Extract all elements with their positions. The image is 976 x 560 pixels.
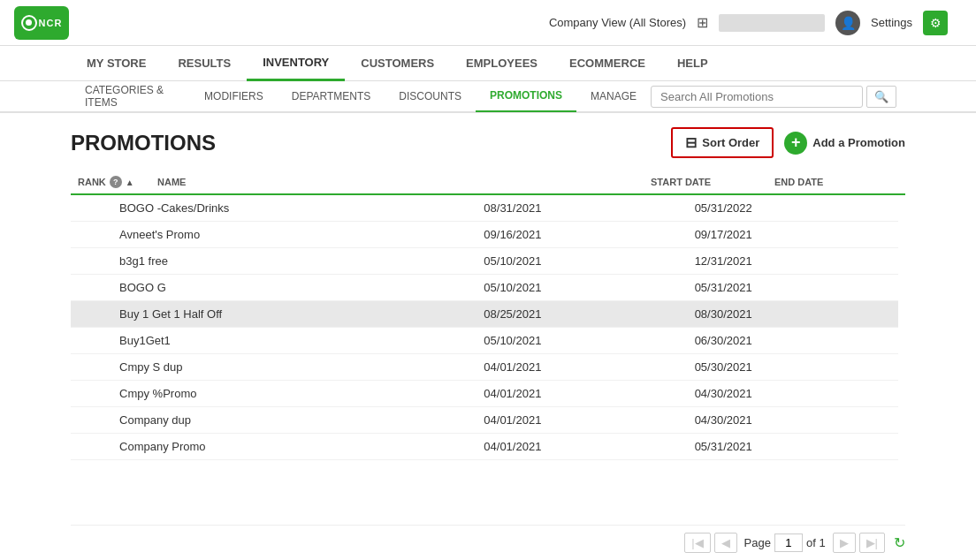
start-date-cell: 04/01/2021 xyxy=(477,434,687,460)
promotions-table: RANK ? ▲ NAME START DATE END DATE xyxy=(71,170,905,195)
end-date-cell: 12/31/2021 xyxy=(688,248,898,275)
subnav-search-area: 🔍 xyxy=(651,86,896,108)
subnav-manage[interactable]: MANAGE xyxy=(576,80,651,112)
table-row[interactable]: BOGO G05/10/202105/31/2021 xyxy=(71,275,898,301)
subnav-modifiers[interactable]: MODIFIERS xyxy=(190,80,278,112)
rank-help-icon[interactable]: ? xyxy=(110,176,122,188)
refresh-button[interactable]: ↻ xyxy=(894,534,905,551)
table-row[interactable]: Cmpy S dup04/01/202105/30/2021 xyxy=(71,354,898,381)
logo-circle xyxy=(21,15,37,31)
page-title: PROMOTIONS xyxy=(71,131,216,155)
subnav-categories[interactable]: CATEGORIES & ITEMS xyxy=(71,80,190,112)
end-date-cell: 09/17/2021 xyxy=(688,222,898,248)
table-row[interactable]: Buy 1 Get 1 Half Off08/25/202108/30/2021 xyxy=(71,301,898,328)
name-column-header: NAME xyxy=(150,170,644,194)
store-icon: ⊞ xyxy=(697,14,708,31)
end-date-cell: 05/31/2021 xyxy=(688,275,898,301)
end-date-cell: 05/31/2022 xyxy=(688,195,898,222)
header-actions: ⊟ Sort Order + Add a Promotion xyxy=(671,127,905,158)
nav-ecommerce[interactable]: ECOMMERCE xyxy=(553,46,661,81)
end-date-column-header: END DATE xyxy=(767,170,891,194)
pagination: |◀ ◀ Page of 1 ▶ ▶| ↻ xyxy=(71,525,905,560)
start-date-cell: 04/01/2021 xyxy=(477,381,687,407)
rank-sort-arrow[interactable]: ▲ xyxy=(126,178,134,187)
search-promotions-input[interactable] xyxy=(651,86,863,108)
end-date-cell: 08/30/2021 xyxy=(688,301,898,328)
company-view-label: Company View (All Stores) xyxy=(549,16,686,29)
rank-cell xyxy=(71,275,112,301)
next-page-button[interactable]: ▶ xyxy=(833,533,856,553)
end-date-cell: 04/30/2021 xyxy=(688,381,898,407)
add-promotion-button[interactable]: + Add a Promotion xyxy=(784,132,905,155)
subnav-promotions[interactable]: PROMOTIONS xyxy=(476,80,576,112)
user-avatar-icon[interactable]: 👤 xyxy=(835,11,860,35)
name-cell: b3g1 free xyxy=(112,248,477,275)
nav-inventory[interactable]: INVENTORY xyxy=(247,46,345,81)
promotions-data-table: BOGO -Cakes/Drinks08/31/202105/31/2022Av… xyxy=(71,195,898,460)
name-cell: Company Promo xyxy=(112,434,477,460)
name-cell: Cmpy S dup xyxy=(112,354,477,381)
settings-label: Settings xyxy=(871,16,912,29)
table-header-row: RANK ? ▲ NAME START DATE END DATE xyxy=(71,170,905,194)
nav-employees[interactable]: EMPLOYEES xyxy=(450,46,553,81)
subnav-departments[interactable]: DEPARTMENTS xyxy=(278,80,385,112)
table-row[interactable]: Buy1Get105/10/202106/30/2021 xyxy=(71,328,898,354)
table-row[interactable]: Cmpy %Promo04/01/202104/30/2021 xyxy=(71,381,898,407)
rank-cell xyxy=(71,248,112,275)
table-row[interactable]: b3g1 free05/10/202112/31/2021 xyxy=(71,248,898,275)
start-date-cell: 08/31/2021 xyxy=(477,195,687,222)
subnav-left: CATEGORIES & ITEMS MODIFIERS DEPARTMENTS… xyxy=(71,80,651,112)
name-cell: BOGO -Cakes/Drinks xyxy=(112,195,477,222)
name-cell: Avneet's Promo xyxy=(112,222,477,248)
subnav-discounts[interactable]: DISCOUNTS xyxy=(385,80,476,112)
start-date-cell: 05/10/2021 xyxy=(477,248,687,275)
table-scroll-container[interactable]: BOGO -Cakes/Drinks08/31/202105/31/2022Av… xyxy=(71,195,905,545)
main-nav: MY STORE RESULTS INVENTORY CUSTOMERS EMP… xyxy=(0,46,976,81)
rank-cell xyxy=(71,354,112,381)
table-row[interactable]: Company dup04/01/202104/30/2021 xyxy=(71,407,898,434)
rank-cell xyxy=(71,434,112,460)
rank-cell xyxy=(71,195,112,222)
add-promotion-label: Add a Promotion xyxy=(812,136,905,149)
first-page-button[interactable]: |◀ xyxy=(684,533,710,553)
sort-order-button[interactable]: ⊟ Sort Order xyxy=(671,127,774,158)
main-content: PROMOTIONS ⊟ Sort Order + Add a Promotio… xyxy=(0,113,976,560)
table-row[interactable]: BOGO -Cakes/Drinks08/31/202105/31/2022 xyxy=(71,195,898,222)
rank-cell xyxy=(71,407,112,434)
name-cell: Cmpy %Promo xyxy=(112,381,477,407)
table-row[interactable]: Company Promo04/01/202105/31/2021 xyxy=(71,434,898,460)
name-cell: Company dup xyxy=(112,407,477,434)
add-circle-icon: + xyxy=(784,132,807,155)
page-number-input[interactable] xyxy=(774,534,803,552)
start-date-column-header: START DATE xyxy=(644,170,767,194)
scrollbar-spacer xyxy=(891,170,905,194)
rank-column-header: RANK ? ▲ xyxy=(71,170,150,194)
header: NCR Company View (All Stores) ⊞ 👤 Settin… xyxy=(0,0,976,46)
page-header: PROMOTIONS ⊟ Sort Order + Add a Promotio… xyxy=(71,127,905,158)
last-page-button[interactable]: ▶| xyxy=(859,533,885,553)
table-row[interactable]: Avneet's Promo09/16/202109/17/2021 xyxy=(71,222,898,248)
name-cell: BOGO G xyxy=(112,275,477,301)
sort-order-label: Sort Order xyxy=(702,136,759,149)
subnav: CATEGORIES & ITEMS MODIFIERS DEPARTMENTS… xyxy=(0,81,976,113)
search-button[interactable]: 🔍 xyxy=(866,86,896,108)
user-name-bar xyxy=(719,14,825,32)
start-date-cell: 05/10/2021 xyxy=(477,328,687,354)
nav-help[interactable]: HELP xyxy=(661,46,724,81)
settings-icon[interactable]: ⚙ xyxy=(923,11,948,35)
prev-page-button[interactable]: ◀ xyxy=(714,533,737,553)
end-date-cell: 04/30/2021 xyxy=(688,407,898,434)
start-date-cell: 08/25/2021 xyxy=(477,301,687,328)
nav-my-store[interactable]: MY STORE xyxy=(71,46,162,81)
nav-results[interactable]: RESULTS xyxy=(162,46,247,81)
rank-cell xyxy=(71,222,112,248)
end-date-cell: 05/30/2021 xyxy=(688,354,898,381)
name-cell: Buy 1 Get 1 Half Off xyxy=(112,301,477,328)
end-date-cell: 06/30/2021 xyxy=(688,328,898,354)
start-date-cell: 09/16/2021 xyxy=(477,222,687,248)
rank-cell xyxy=(71,328,112,354)
nav-customers[interactable]: CUSTOMERS xyxy=(345,46,450,81)
rank-cell xyxy=(71,301,112,328)
table-body: BOGO -Cakes/Drinks08/31/202105/31/2022Av… xyxy=(71,195,898,460)
rank-label: RANK xyxy=(78,177,106,187)
